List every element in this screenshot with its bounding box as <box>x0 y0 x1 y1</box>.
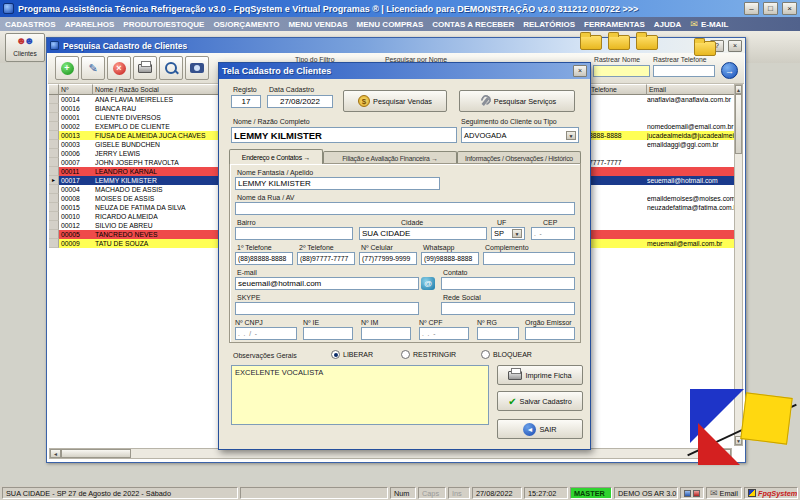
photo-button[interactable] <box>185 56 209 80</box>
tel2-input[interactable]: (88)97777-7777 <box>297 252 355 265</box>
sair-button[interactable]: ◄ SAIR <box>497 419 583 439</box>
registro-input[interactable]: 17 <box>231 95 261 108</box>
rua-label: Nome da Rua / AV <box>237 194 294 201</box>
data-cadastro-input[interactable]: 27/08/2022 <box>267 95 333 108</box>
track-name-label: Rastrear Nome <box>594 56 640 63</box>
radio-dot <box>331 350 340 359</box>
tel1-label: 1º Telefone <box>237 244 272 251</box>
menu-item-contas-a-receber[interactable]: CONTAS A RECEBER <box>432 20 514 29</box>
chevron-down-icon[interactable]: ▼ <box>512 229 522 238</box>
send-email-button[interactable]: @ <box>421 277 435 290</box>
salvar-cadastro-button[interactable]: ✔ Salvar Cadastro <box>497 391 583 411</box>
tab-endereco-contatos[interactable]: Endereço e Contatos → <box>229 149 323 164</box>
search-button[interactable] <box>159 56 183 80</box>
im-label: Nº IM <box>361 319 378 326</box>
print-list-button[interactable] <box>133 56 157 80</box>
header-indicator <box>49 84 59 95</box>
cell-tel <box>589 122 647 131</box>
status-spacer <box>240 487 388 499</box>
go-search-button[interactable]: → <box>721 62 738 79</box>
skype-input[interactable] <box>235 302 419 315</box>
observacoes-memo[interactable]: EXCELENTE VOCALISTA <box>231 365 489 425</box>
email-input[interactable]: seuemail@hotmail.com <box>235 277 419 290</box>
window-title: Programa Assistência Técnica Refrigeraçã… <box>18 4 740 14</box>
track-name-input[interactable] <box>593 65 650 77</box>
radio-restringir[interactable]: RESTRINGIR <box>401 350 456 359</box>
close-icon[interactable]: × <box>573 65 587 77</box>
cell-email <box>647 221 737 230</box>
celular-input[interactable]: (77)77999-9999 <box>359 252 417 265</box>
tel1-input[interactable]: (88)88888-8888 <box>235 252 293 265</box>
radio-bloquear[interactable]: BLOQUEAR <box>481 350 532 359</box>
dialog-titlebar[interactable]: Tela Cadastro de Clientes × <box>219 63 590 79</box>
header-num[interactable]: Nº <box>59 84 93 95</box>
cell-num: 00001 <box>59 113 93 122</box>
track-phone-input[interactable] <box>653 65 715 77</box>
ie-input[interactable] <box>303 327 353 340</box>
close-icon[interactable]: × <box>728 40 742 52</box>
menu-item-menu-vendas[interactable]: MENU VENDAS <box>288 20 347 29</box>
clientes-toolbar-button[interactable]: Clientes <box>5 33 45 62</box>
contato-input[interactable] <box>441 277 575 290</box>
menu-item-ajuda[interactable]: AJUDA <box>654 20 682 29</box>
scroll-up-icon[interactable] <box>735 85 742 94</box>
cell-email: nomedoemail@email.com.br <box>647 122 737 131</box>
rede-social-label: Rede Social <box>443 294 481 301</box>
radio-liberar[interactable]: LIBERAR <box>331 350 373 359</box>
cell-ind <box>49 203 59 212</box>
status-brand[interactable]: FpqSystem <box>744 487 798 499</box>
cell-email <box>647 230 737 239</box>
im-input[interactable] <box>361 327 411 340</box>
rua-input[interactable] <box>235 202 575 215</box>
maximize-icon[interactable]: □ <box>763 2 778 15</box>
close-icon[interactable]: × <box>782 2 797 15</box>
scroll-thumb[interactable] <box>61 449 131 458</box>
header-email[interactable]: Email <box>647 84 737 95</box>
uf-select[interactable]: SP ▼ <box>491 227 525 240</box>
menu-item-e-mail[interactable]: ✉ E-MAIL <box>690 20 728 29</box>
scroll-left-icon[interactable] <box>50 449 61 458</box>
pesquisar-vendas-button[interactable]: $ Pesquisar Vendas <box>343 90 447 112</box>
menu-item-produto-estoque[interactable]: PRODUTO/ESTOQUE <box>123 20 204 29</box>
logo-red-triangle <box>698 423 740 465</box>
header-telefone[interactable]: Telefone <box>589 84 647 95</box>
nome-fantasia-input[interactable]: LEMMY KILMISTER <box>235 177 440 190</box>
orgao-emissor-input[interactable] <box>525 327 575 340</box>
cnpj-input[interactable]: . . / - <box>235 327 297 340</box>
delete-record-button[interactable]: × <box>107 56 131 80</box>
menu-item-cadastros[interactable]: CADASTROS <box>5 20 56 29</box>
add-record-button[interactable]: + <box>55 56 79 80</box>
whatsapp-input[interactable]: (99)98888-8888 <box>421 252 479 265</box>
complemento-input[interactable] <box>483 252 575 265</box>
cell-num: 00010 <box>59 212 93 221</box>
imprime-ficha-button[interactable]: Imprime Ficha <box>497 365 583 385</box>
rede-social-input[interactable] <box>441 302 575 315</box>
pesquisar-servicos-button[interactable]: Pesquisar Serviços <box>459 90 575 112</box>
tel2-label: 2º Telefone <box>299 244 334 251</box>
nome-completo-input[interactable]: LEMMY KILMISTER <box>231 127 457 143</box>
cell-tel <box>589 212 647 221</box>
rg-input[interactable] <box>477 327 519 340</box>
cidade-input[interactable]: SUA CIDADE <box>359 227 487 240</box>
menu-item-ferramentas[interactable]: FERRAMENTAS <box>584 20 645 29</box>
status-email[interactable]: ✉ Email <box>706 487 742 499</box>
menu-item-aparelhos[interactable]: APARELHOS <box>65 20 115 29</box>
cell-num: 00013 <box>59 131 93 140</box>
bairro-input[interactable] <box>235 227 353 240</box>
cnpj-mask: . . / - <box>238 330 258 337</box>
chevron-down-icon[interactable]: ▼ <box>566 131 576 140</box>
menu-item-menu-compras[interactable]: MENU COMPRAS <box>357 20 424 29</box>
cell-num: 00015 <box>59 203 93 212</box>
scroll-thumb[interactable] <box>735 94 742 154</box>
edit-record-button[interactable]: ✎ <box>81 56 105 80</box>
cpf-input[interactable]: . . - <box>419 327 469 340</box>
menu-item-relat-rios[interactable]: RELATÓRIOS <box>523 20 575 29</box>
cell-email <box>647 104 737 113</box>
printer-icon <box>508 371 522 380</box>
menu-item-os-or-amento[interactable]: OS/ORÇAMENTO <box>213 20 279 29</box>
seguimento-select[interactable]: ADVOGADA ▼ <box>461 127 579 143</box>
cep-input[interactable]: . - <box>531 227 575 240</box>
cell-ind <box>49 149 59 158</box>
track-phone-label: Rastrear Telefone <box>653 56 707 63</box>
minimize-icon[interactable]: – <box>744 2 759 15</box>
